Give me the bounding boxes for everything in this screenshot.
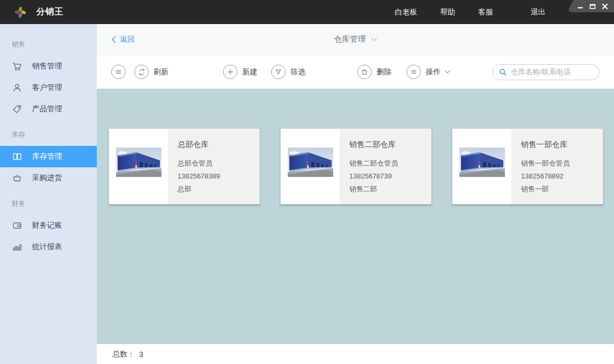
delete-button[interactable]: 删除	[357, 65, 392, 79]
warehouse-info: 销售二部仓库 销售二部仓管员 13825678739 销售二部	[340, 129, 431, 204]
search-input[interactable]	[511, 68, 593, 76]
app-window: 分销王 白老板 帮助 客服 退出 销售	[0, 0, 614, 364]
refresh-icon	[134, 65, 149, 79]
sidebar-item-label: 销售管理	[32, 61, 62, 71]
warehouse-photo	[288, 148, 333, 177]
warehouse-name: 总部仓库	[178, 140, 259, 150]
actions-button[interactable]: 操作	[406, 65, 450, 79]
footer-bar: 总数： 3	[97, 344, 614, 364]
search-box[interactable]	[492, 64, 600, 80]
page-header: 返回 仓库管理	[97, 24, 614, 55]
warehouse-phone: 13825678892	[521, 170, 603, 183]
refresh-button[interactable]: 刷新	[134, 65, 168, 79]
app-title: 分销王	[36, 6, 64, 18]
sidebar-item-purchasing[interactable]: 采购进货	[0, 167, 97, 189]
sidebar-section-finance: 财务	[0, 189, 97, 215]
warehouse-keeper: 销售一部仓管员	[521, 157, 603, 170]
sidebar-item-label: 采购进货	[32, 173, 62, 183]
warehouse-card-list: 总部仓库 总部仓管员 13825678389 总部	[97, 89, 614, 205]
maximize-icon[interactable]	[589, 3, 596, 10]
warehouse-phone: 13825678389	[178, 170, 259, 183]
sidebar: 销售 销售管理 客户管理	[0, 24, 97, 364]
open-book-icon	[12, 151, 24, 162]
sidebar-item-product-management[interactable]: 产品管理	[0, 98, 97, 120]
menu-icon	[406, 65, 421, 79]
warehouse-name: 销售一部仓库	[521, 140, 603, 150]
filter-button[interactable]: 筛选	[271, 65, 305, 79]
new-button[interactable]: 新建	[223, 65, 257, 79]
sidebar-item-label: 统计报表	[32, 242, 62, 252]
sidebar-section-sales: 销售	[0, 29, 97, 56]
sidebar-section-inventory: 库存	[0, 120, 97, 146]
warehouse-keeper: 销售二部仓管员	[349, 157, 431, 170]
warehouse-photo-area	[281, 129, 340, 204]
toolbar: 刷新 新建 筛选	[97, 55, 614, 89]
plus-icon	[223, 65, 237, 79]
topbar: 分销王 白老板 帮助 客服 退出	[0, 0, 614, 24]
tag-icon	[12, 104, 24, 114]
warehouse-photo	[116, 148, 162, 177]
refresh-label: 刷新	[154, 67, 168, 77]
warehouse-info: 销售一部仓库 销售一部仓管员 13825678892 销售一部	[511, 129, 603, 204]
chevron-down-icon	[371, 37, 377, 42]
topnav-item-help[interactable]: 帮助	[440, 4, 455, 20]
warehouse-department: 销售二部	[349, 183, 431, 196]
warehouse-phone: 13825678739	[349, 170, 431, 183]
warehouse-photo	[459, 148, 505, 177]
topnav-item-boss[interactable]: 白老板	[395, 4, 417, 20]
delete-label: 删除	[377, 67, 392, 77]
page-title-dropdown[interactable]: 仓库管理	[334, 34, 377, 44]
sidebar-item-reports[interactable]: 统计报表	[0, 236, 97, 258]
warehouse-keeper: 总部仓管员	[178, 157, 259, 170]
sidebar-item-label: 财务记账	[32, 221, 62, 230]
bar-chart-icon	[12, 242, 24, 252]
basket-icon	[12, 173, 24, 183]
warehouse-info: 总部仓库 总部仓管员 13825678389 总部	[168, 129, 259, 204]
warehouse-card[interactable]: 销售一部仓库 销售一部仓管员 13825678892 销售一部	[452, 128, 603, 205]
sidebar-item-inventory-management[interactable]: 库存管理	[0, 146, 97, 167]
wallet-icon	[12, 220, 24, 231]
funnel-icon	[271, 65, 286, 79]
main-panel: 返回 仓库管理	[97, 24, 614, 364]
sidebar-item-sales-management[interactable]: 销售管理	[0, 56, 97, 77]
close-icon[interactable]	[601, 3, 609, 10]
sidebar-item-label: 客户管理	[32, 83, 62, 92]
window-controls	[567, 0, 614, 12]
menu-button[interactable]	[111, 65, 126, 79]
total-label: 总数：	[112, 350, 135, 359]
chevron-down-icon	[444, 70, 450, 74]
minimize-icon[interactable]	[577, 3, 584, 10]
content-area: 总部仓库 总部仓管员 13825678389 总部	[97, 89, 614, 344]
app-logo-pinwheel-icon	[12, 4, 29, 21]
warehouse-department: 销售一部	[521, 183, 603, 196]
warehouse-card[interactable]: 销售二部仓库 销售二部仓管员 13825678739 销售二部	[280, 128, 432, 205]
new-label: 新建	[242, 67, 257, 77]
back-label: 返回	[120, 35, 135, 44]
warehouse-department: 总部	[178, 183, 259, 196]
topnav: 白老板 帮助 客服 退出	[395, 4, 546, 20]
chevron-left-icon	[111, 36, 116, 43]
cart-icon	[12, 61, 24, 72]
menu-icon	[111, 65, 126, 79]
page-title: 仓库管理	[334, 34, 366, 44]
topnav-item-exit[interactable]: 退出	[531, 4, 546, 20]
sidebar-item-accounting[interactable]: 财务记账	[0, 215, 97, 236]
warehouse-photo-area	[452, 129, 511, 204]
total-value: 3	[139, 350, 143, 359]
sidebar-item-customer-management[interactable]: 客户管理	[0, 77, 97, 98]
sidebar-item-label: 库存管理	[32, 152, 62, 161]
back-button[interactable]: 返回	[111, 35, 135, 44]
actions-label: 操作	[426, 67, 441, 77]
topnav-item-service[interactable]: 客服	[478, 4, 493, 20]
user-icon	[12, 82, 24, 93]
search-icon	[499, 68, 506, 76]
warehouse-photo-area	[109, 129, 168, 204]
filter-label: 筛选	[290, 67, 305, 77]
trash-icon	[357, 65, 372, 79]
warehouse-card[interactable]: 总部仓库 总部仓管员 13825678389 总部	[109, 128, 260, 205]
warehouse-name: 销售二部仓库	[349, 140, 431, 150]
sidebar-item-label: 产品管理	[32, 104, 62, 114]
